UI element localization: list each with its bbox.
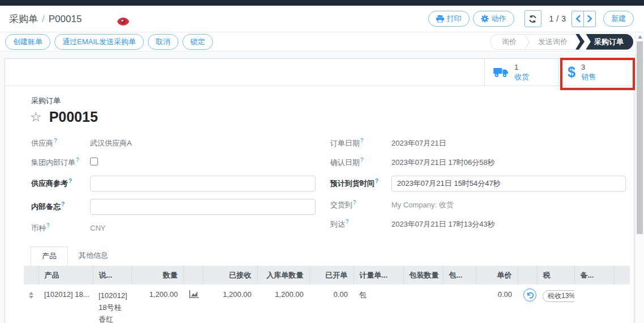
col-unit-price[interactable]: 单价 bbox=[476, 266, 518, 284]
undo-price-button[interactable] bbox=[523, 288, 536, 301]
deliver-to-value: My Company: 收货 bbox=[391, 200, 626, 210]
refresh-button[interactable] bbox=[524, 10, 541, 27]
col-received[interactable]: 已接收 bbox=[203, 266, 257, 284]
row-product[interactable]: [102012] 18... bbox=[39, 284, 93, 323]
col-forecast bbox=[184, 266, 203, 284]
row-tax-cell: 税收13% . bbox=[537, 284, 574, 323]
field-vendor: 供应商? 武汉供应商A bbox=[31, 137, 315, 149]
breadcrumb-section[interactable]: 采购单 bbox=[9, 12, 38, 26]
col-package[interactable]: 包... bbox=[443, 266, 476, 284]
create-new-button[interactable]: 新建 bbox=[603, 11, 634, 27]
row-package[interactable] bbox=[443, 284, 476, 323]
control-panel: 采购单 / P00015 打印 动作 1 / 3 bbox=[0, 6, 644, 32]
row-forecast-cell bbox=[184, 284, 203, 323]
receipts-label: 收货 bbox=[514, 73, 529, 82]
eye-icon[interactable] bbox=[117, 18, 129, 26]
col-description[interactable]: 说... bbox=[93, 266, 131, 284]
vendor-value[interactable]: 武汉供应商A bbox=[90, 138, 315, 148]
statusbar-row: 创建账单 通过EMAIL发送采购单 取消 锁定 询价 发送询价 采购订单 bbox=[0, 32, 644, 52]
help-icon[interactable]: ? bbox=[353, 199, 356, 206]
breadcrumb-separator: / bbox=[42, 14, 45, 25]
col-billed[interactable]: 已开单 bbox=[309, 266, 353, 284]
row-received[interactable]: 1,200.00 bbox=[203, 284, 257, 323]
help-icon[interactable]: ? bbox=[61, 201, 65, 207]
notebook-tabs: 产品 其他信息 bbox=[31, 246, 626, 266]
lock-button[interactable]: 锁定 bbox=[182, 34, 213, 50]
confirmation-date-value: 2023年07月21日 17时06分58秒 bbox=[391, 158, 626, 168]
field-arrival: 到达? 2023年07月21日 17时13分43秒 bbox=[330, 218, 626, 230]
currency-value: CNY bbox=[90, 224, 315, 232]
status-step-purchase-order[interactable]: 采购订单 bbox=[575, 34, 633, 50]
pager-separator: / bbox=[556, 14, 558, 23]
send-by-email-button[interactable]: 通过EMAIL发送采购单 bbox=[54, 34, 144, 50]
field-expected-arrival: 预计到货时间? bbox=[330, 176, 626, 192]
help-icon[interactable]: ? bbox=[360, 157, 364, 163]
tab-other-info[interactable]: 其他信息 bbox=[68, 246, 119, 266]
col-note[interactable]: 备... bbox=[574, 266, 614, 284]
row-unit-price[interactable]: 0.00 bbox=[476, 284, 518, 323]
print-label: 打印 bbox=[447, 14, 462, 24]
vertical-scrollbar[interactable] bbox=[635, 32, 644, 323]
col-tax[interactable]: 税 bbox=[537, 266, 574, 284]
field-order-date: 订单日期? 2023年07月21日 bbox=[330, 137, 626, 149]
chevron-right-icon bbox=[587, 15, 592, 22]
intercompany-checkbox[interactable] bbox=[90, 158, 98, 165]
row-billed[interactable]: 0.00 bbox=[309, 284, 353, 323]
status-separator-icon bbox=[524, 35, 530, 49]
undo-icon bbox=[526, 292, 534, 299]
scrollbar-thumb[interactable] bbox=[637, 41, 643, 234]
row-description[interactable]: [102012] 18号桂香红 bbox=[93, 284, 131, 323]
row-picking-qty[interactable]: 1,200.00 bbox=[257, 284, 309, 323]
row-price-reset-cell bbox=[518, 284, 537, 323]
col-picking-qty[interactable]: 入库单数量 bbox=[257, 266, 309, 284]
create-bill-button[interactable]: 创建账单 bbox=[5, 34, 50, 50]
col-package-qty[interactable]: 包装数量 bbox=[403, 266, 443, 284]
pager-next-button[interactable] bbox=[583, 11, 596, 27]
help-icon[interactable]: ? bbox=[46, 223, 50, 229]
row-quantity[interactable]: 1,200.00 bbox=[131, 284, 184, 323]
action-button[interactable]: 动作 bbox=[473, 11, 514, 27]
row-note[interactable] bbox=[574, 284, 614, 323]
row-package-qty[interactable] bbox=[403, 284, 443, 323]
form-sheet: 1 收货 $ 3 销售 采购订单 ☆ P00015 bbox=[5, 58, 634, 323]
currency-label: 币种 bbox=[31, 224, 46, 232]
drag-handle-icon[interactable] bbox=[29, 290, 33, 299]
col-quantity[interactable]: 数量 bbox=[131, 266, 184, 284]
print-button[interactable]: 打印 bbox=[428, 11, 470, 27]
row-uom[interactable]: 包 bbox=[353, 284, 403, 323]
col-product[interactable]: 产品 bbox=[39, 266, 93, 284]
pager-previous-button[interactable] bbox=[572, 11, 584, 27]
status-step-rfq[interactable]: 询价 bbox=[494, 37, 524, 47]
expected-arrival-input[interactable] bbox=[391, 176, 626, 192]
col-uom[interactable]: 计量单... bbox=[353, 266, 403, 284]
status-step-rfq-sent[interactable]: 发送询价 bbox=[530, 37, 575, 47]
pager: 1 / 3 bbox=[549, 14, 566, 23]
favorite-star-icon[interactable]: ☆ bbox=[30, 110, 42, 124]
help-icon[interactable]: ? bbox=[346, 219, 349, 225]
help-icon[interactable]: ? bbox=[375, 178, 378, 184]
help-icon[interactable]: ? bbox=[76, 157, 79, 163]
field-vendor-reference: 供应商参考? bbox=[31, 176, 315, 192]
sales-count: 3 bbox=[581, 63, 596, 72]
tax-tag[interactable]: 税收13% bbox=[543, 290, 574, 302]
receipts-smart-button[interactable]: 1 收货 bbox=[484, 59, 558, 86]
tab-products[interactable]: 产品 bbox=[31, 246, 68, 266]
order-date-label: 订单日期 bbox=[330, 139, 360, 147]
help-icon[interactable]: ? bbox=[360, 138, 364, 144]
scrollbar-up-arrow[interactable] bbox=[636, 32, 644, 41]
internal-note-input[interactable] bbox=[90, 199, 315, 215]
expected-arrival-label: 预计到货时间 bbox=[330, 180, 374, 188]
vendor-reference-input[interactable] bbox=[90, 176, 315, 192]
refresh-icon bbox=[528, 15, 537, 23]
sales-label: 销售 bbox=[581, 73, 596, 82]
forecast-chart-icon[interactable] bbox=[189, 290, 197, 298]
order-date-value: 2023年07月21日 bbox=[391, 138, 626, 148]
vendor-reference-label: 供应商参考 bbox=[31, 180, 68, 188]
sales-smart-button[interactable]: $ 3 销售 bbox=[558, 59, 634, 86]
cancel-button[interactable]: 取消 bbox=[148, 34, 178, 50]
help-icon[interactable]: ? bbox=[54, 138, 57, 144]
smart-button-row: 1 收货 $ 3 销售 bbox=[5, 59, 634, 86]
table-row[interactable]: [102012] 18... [102012] 18号桂香红 1,200.00 … bbox=[24, 284, 630, 323]
help-icon[interactable]: ? bbox=[69, 178, 72, 184]
printer-icon bbox=[436, 15, 444, 23]
